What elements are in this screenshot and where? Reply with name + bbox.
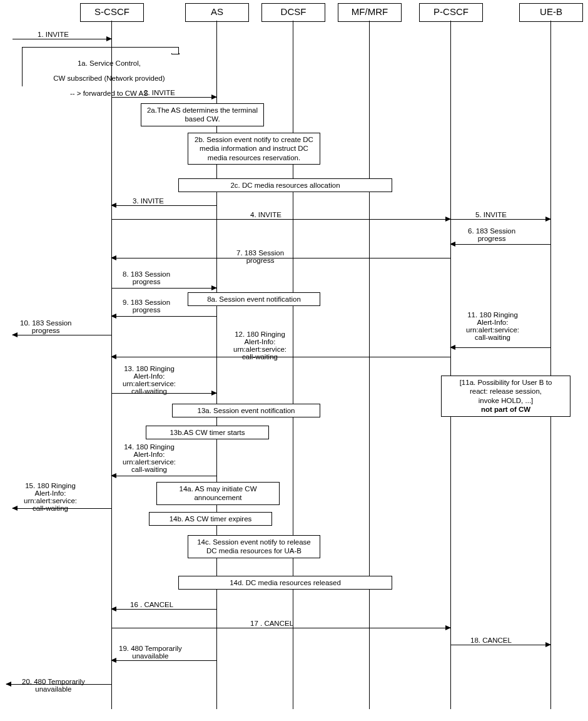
participant-pcscf: P-CSCF [419, 3, 483, 22]
note-2a: 2a.The AS determines the terminal based … [141, 103, 264, 126]
msg-6: 6. 183 Session progress [468, 227, 515, 242]
participant-as: AS [185, 3, 249, 22]
msg-11: 11. 180 Ringing Alert-Info: urn:alert:se… [466, 311, 519, 341]
lifeline-pcscf [450, 21, 451, 709]
note-11a-l4: not part of CW [481, 406, 530, 413]
note-14c: 14c. Session event notify to release DC … [188, 535, 320, 558]
msg-9-line [111, 316, 216, 317]
msg-17: 17 . CANCEL [250, 620, 293, 627]
note-2b: 2b. Session event notify to create DC me… [188, 133, 320, 165]
msg-18: 18. CANCEL [470, 637, 512, 644]
note-1a-l2: CW subscribed (Network provided) [53, 74, 165, 82]
msg-13: 13. 180 Ringing Alert-Info: urn:alert:se… [123, 365, 176, 395]
note-11a-l1: [11a. Possibility for User B to [460, 379, 552, 386]
lifeline-ueb [550, 21, 551, 709]
msg-10: 10. 183 Session progress [20, 319, 71, 334]
participant-mfmrf: MF/MRF [338, 3, 402, 22]
msg-10-line [13, 335, 111, 335]
msg-1: 1. INVITE [38, 31, 69, 38]
participant-dcsf: DCSF [261, 3, 325, 22]
msg-7: 7. 183 Session progress [236, 249, 284, 264]
msg-5: 5. INVITE [475, 211, 507, 218]
msg-5-line [450, 219, 550, 220]
msg-16-line [111, 609, 216, 610]
lifeline-mfmrf [369, 21, 370, 709]
msg-8: 8. 183 Session progress [123, 270, 170, 285]
msg-17-line [111, 628, 450, 628]
msg-14-line [111, 476, 216, 476]
msg-19-line [111, 660, 216, 661]
participant-scscf: S-CSCF [80, 3, 144, 22]
lifeline-dcsf [293, 21, 293, 709]
msg-3: 3. INVITE [133, 197, 164, 205]
note-11a-l2: react: release session, [470, 387, 542, 395]
msg-3-line [111, 205, 216, 206]
note-13b: 13b.AS CW timer starts [146, 426, 269, 439]
note-14a: 14a. AS may initiate CW announcement [156, 482, 280, 505]
note-11a: [11a. Possibility for User B to react: r… [441, 376, 570, 417]
note-14d: 14d. DC media resources released [178, 576, 392, 590]
msg-9: 9. 183 Session progress [123, 299, 170, 314]
msg-18-line [450, 645, 550, 645]
participant-ueb: UE-B [519, 3, 583, 22]
msg-2-line [111, 97, 216, 98]
sequence-diagram: S-CSCF AS DCSF MF/MRF P-CSCF UE-B 1. INV… [0, 0, 588, 721]
msg-20: 20. 480 Temporarily unavailable [22, 678, 85, 693]
note-1a-l1: 1a. Service Control, [78, 59, 141, 67]
msg-11-line [450, 347, 550, 348]
msg-1-line [13, 39, 111, 39]
note-1a-l3: -- > forwarded to CW AS [70, 89, 148, 97]
msg-15: 15. 180 Ringing Alert-Info: urn:alert:se… [24, 482, 77, 512]
msg-4: 4. INVITE [250, 211, 281, 218]
note-13a: 13a. Session event notification [172, 404, 320, 417]
msg-2: 2. INVITE [144, 89, 175, 96]
msg-8-line [111, 288, 216, 289]
msg-16: 16 . CANCEL [130, 601, 173, 608]
lifeline-scscf [111, 21, 112, 709]
msg-12: 12. 180 Ringing Alert-Info: urn:alert:se… [233, 330, 286, 360]
msg-19: 19. 480 Temporarily unavailable [119, 645, 182, 660]
note-14b: 14b. AS CW timer expires [149, 512, 272, 526]
note-2c: 2c. DC media resources allocation [178, 178, 392, 192]
note-8a: 8a. Session event notification [188, 292, 320, 306]
msg-4-line [111, 219, 450, 220]
msg-6-line [450, 244, 550, 245]
note-11a-l3: invoke HOLD, ...] [479, 397, 534, 404]
msg-14: 14. 180 Ringing Alert-Info: urn:alert:se… [123, 443, 176, 473]
